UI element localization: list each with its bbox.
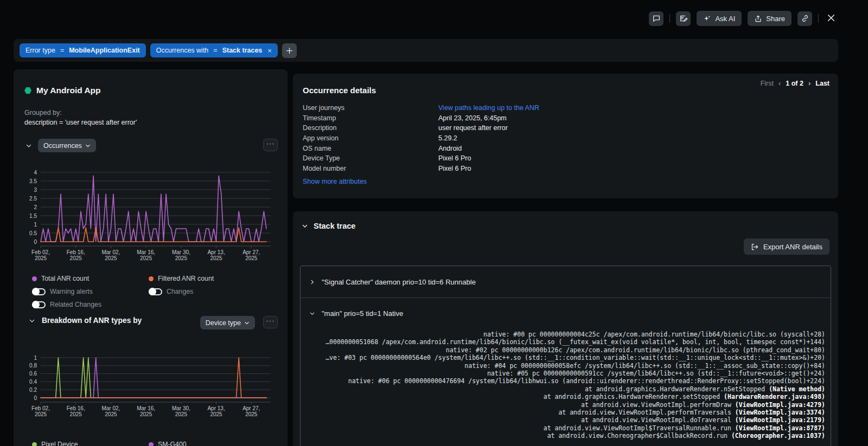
svg-text:2: 2 xyxy=(34,204,37,210)
occurrences-legend: Total ANR countFiltered ANR countWarning… xyxy=(32,273,214,310)
app-title-row: My Android App xyxy=(24,86,101,95)
svg-text:2025: 2025 xyxy=(175,255,188,261)
export-anr-details-button[interactable]: Export ANR details xyxy=(744,238,829,255)
copy-link-icon xyxy=(801,14,809,23)
comment-button[interactable] xyxy=(649,11,663,26)
legend-label: Warning alerts xyxy=(50,288,93,295)
chip-operator: = xyxy=(213,47,217,54)
thread-label: "main" prio=5 tid=1 Native xyxy=(322,309,403,318)
svg-text:2025: 2025 xyxy=(140,411,152,417)
breakdown-more-button[interactable]: ··· xyxy=(263,316,278,328)
chip-field: Occurrences with xyxy=(156,47,209,54)
stack-trace-line: native: #05 pc 00000000000591cc /system/… xyxy=(304,370,825,377)
stack-trace-line: at android.view.ViewRootImpl.performTrav… xyxy=(304,409,825,416)
legend-label: Changes xyxy=(167,288,193,295)
ask-ai-label: Ask AI xyxy=(715,15,735,23)
svg-text:Mar 02,: Mar 02, xyxy=(101,405,120,411)
detail-field-value-link[interactable]: View paths leading up to the ANR xyxy=(438,104,539,112)
close-icon[interactable] xyxy=(825,12,838,25)
detail-field: TimestampApril 23, 2025, 6:45pm xyxy=(303,113,715,124)
pagination-prev-icon[interactable]: ‹ xyxy=(778,79,781,87)
topbar-divider xyxy=(818,14,819,23)
filter-chip-occurrences-with[interactable]: Occurrences with = Stack traces × xyxy=(150,43,278,57)
svg-text:2025: 2025 xyxy=(70,411,82,417)
detail-field-value: Android xyxy=(438,145,462,152)
detail-field-label: App version xyxy=(303,134,438,142)
thread-label: "Signal Catcher" daemon prio=10 tid=6 Ru… xyxy=(322,278,476,286)
pagination-next-icon[interactable]: › xyxy=(808,79,810,87)
app-title: My Android App xyxy=(36,86,101,95)
occurrence-details-title: Occurrence details xyxy=(303,86,376,95)
svg-text:0: 0 xyxy=(34,395,37,401)
detail-field-value: user request after error xyxy=(438,124,508,132)
filter-chip-error-type[interactable]: Error type = MobileApplicationExit xyxy=(20,43,146,57)
toggle-switch[interactable] xyxy=(149,288,162,295)
export-icon xyxy=(751,243,759,251)
svg-text:2025: 2025 xyxy=(210,255,222,261)
stack-trace-line: native: #02 pc 00000000000b126c /apex/co… xyxy=(304,346,825,354)
detail-field-label: Model number xyxy=(303,165,438,172)
chip-field: Error type xyxy=(25,47,55,54)
stack-trace-line: at android.view.ViewRootImpl.doTraversal… xyxy=(304,416,825,424)
breakdown-title: Breakdown of ANR types by xyxy=(42,316,142,325)
grouped-by-label: Grouped by: xyxy=(24,109,62,117)
detail-field-label: User journeys xyxy=(303,104,438,112)
app-summary-panel: My Android App Grouped by: description =… xyxy=(14,69,288,446)
legend-label: Filtered ANR count xyxy=(158,275,214,282)
svg-text:1: 1 xyxy=(34,222,37,228)
comment-icon xyxy=(652,14,661,23)
show-more-attributes-link[interactable]: Show more attributes xyxy=(303,178,367,185)
svg-text:4: 4 xyxy=(34,170,37,176)
svg-text:Mar 16,: Mar 16, xyxy=(137,405,155,411)
svg-text:Feb 02,: Feb 02, xyxy=(31,249,50,255)
stack-trace-line: at android.graphics.HardwareRenderer.nSe… xyxy=(304,385,825,393)
stack-trace-card: Stack trace Export ANR details "Signal C… xyxy=(293,211,838,446)
share-button[interactable]: Share xyxy=(748,11,792,26)
svg-text:2025: 2025 xyxy=(175,411,188,417)
svg-text:2025: 2025 xyxy=(35,255,47,261)
stack-trace-line: at android.view.ViewRootImpl.performDraw… xyxy=(304,401,825,409)
thread-row-signal-catcher[interactable]: "Signal Catcher" daemon prio=10 tid=6 Ru… xyxy=(301,266,831,298)
share-label: Share xyxy=(766,15,785,23)
stack-trace-header: Stack trace xyxy=(302,222,355,230)
occurrence-details-card: First ‹ 1 of 2 › Last Occurrence details… xyxy=(293,74,838,198)
svg-text:Feb 16,: Feb 16, xyxy=(67,405,85,411)
stack-trace-title: Stack trace xyxy=(314,222,355,230)
collapse-chevron-icon[interactable] xyxy=(302,223,308,229)
copy-link-button[interactable] xyxy=(797,11,812,26)
svg-text:0.2: 0.2 xyxy=(29,387,37,393)
toggle-switch[interactable] xyxy=(32,301,46,308)
legend-label: Related Changes xyxy=(50,301,101,308)
svg-text:0.4: 0.4 xyxy=(29,379,37,385)
filter-bar: Error type = MobileApplicationExit Occur… xyxy=(14,39,838,62)
legend-dot-icon xyxy=(149,442,154,446)
stack-trace-code[interactable]: native: #00 pc 000000000004c25c /apex/co… xyxy=(301,328,831,440)
detail-field: Descriptionuser request after error xyxy=(303,123,715,133)
svg-text:2025: 2025 xyxy=(70,255,82,261)
metric-dropdown[interactable]: Occurrences xyxy=(38,139,96,152)
collapse-chevron-icon[interactable] xyxy=(29,318,35,324)
add-filter-button[interactable] xyxy=(282,43,297,58)
legend-item: Related Changes xyxy=(32,299,149,310)
breakdown-dimension-dropdown[interactable]: Device type xyxy=(200,316,255,329)
legend-dot-icon xyxy=(149,276,154,281)
svg-text:3.5: 3.5 xyxy=(29,178,37,184)
stack-trace-line: native: #00 pc 000000000004c25c /apex/co… xyxy=(304,331,825,338)
pagination-first[interactable]: First xyxy=(761,80,774,87)
thread-row-main[interactable]: "main" prio=5 tid=1 Native xyxy=(301,298,831,328)
detail-field: App version5.29.2 xyxy=(303,133,715,144)
breakdown-legend: Pixel DeviceSM-G400 xyxy=(32,439,187,446)
remove-filter-icon[interactable]: × xyxy=(267,47,272,54)
ask-ai-button[interactable]: Ask AI xyxy=(697,11,742,26)
pagination-last[interactable]: Last xyxy=(815,80,829,87)
notes-button[interactable] xyxy=(676,11,691,26)
svg-text:2025: 2025 xyxy=(35,411,47,417)
legend-dot-icon xyxy=(32,276,37,281)
detail-field-label: OS name xyxy=(303,145,438,152)
toggle-switch[interactable] xyxy=(32,288,46,295)
legend-item: Filtered ANR count xyxy=(149,273,214,284)
legend-item: SM-G400 xyxy=(149,439,187,446)
detail-field-label: Description xyxy=(303,124,438,132)
collapse-chevron-icon[interactable] xyxy=(25,143,32,149)
occurrences-more-button[interactable]: ··· xyxy=(263,139,278,151)
